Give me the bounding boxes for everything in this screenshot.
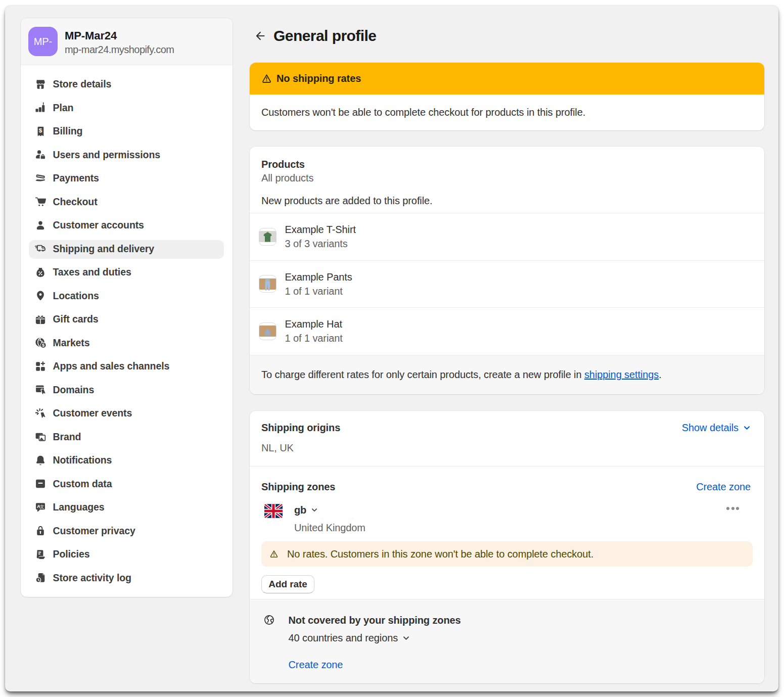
svg-text:文: 文 <box>40 504 44 509</box>
svg-text:$: $ <box>42 343 44 348</box>
svg-text:$: $ <box>39 127 42 133</box>
